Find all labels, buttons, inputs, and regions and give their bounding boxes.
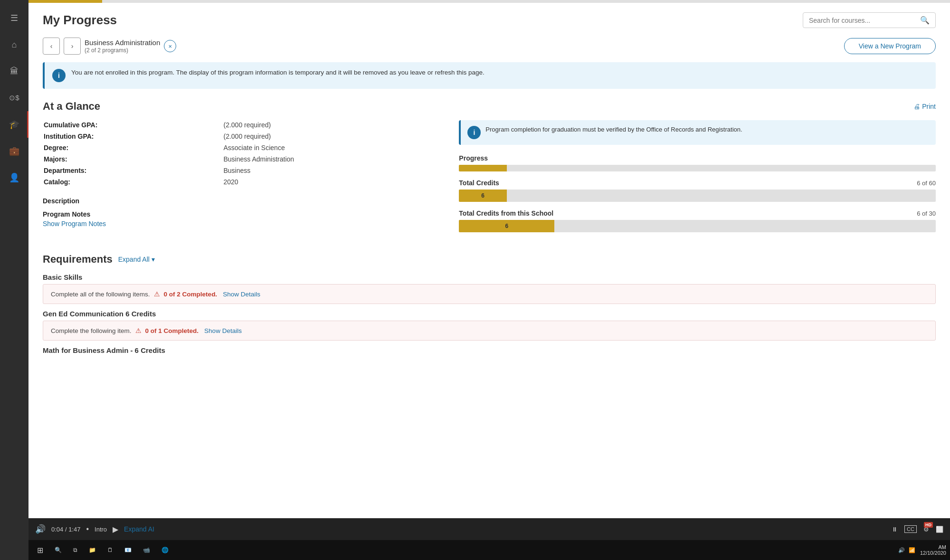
forward-icon[interactable]: ▶ (113, 525, 118, 534)
table-row: Departments: Business (44, 167, 439, 177)
field-label: Degree: (44, 144, 223, 154)
total-credits-value: 6 of 60 (917, 180, 936, 187)
dollar-icon: ⊙$ (9, 94, 19, 102)
main-wrapper: My Progress 🔍 ‹ › Business Administratio… (28, 0, 950, 560)
print-label: Print (922, 103, 936, 110)
school-credits-value: 6 of 30 (917, 210, 936, 217)
program-notes-section: Program Notes Show Program Notes (43, 210, 440, 228)
req-completed-text: 0 of 1 Completed. (145, 327, 199, 334)
print-button[interactable]: 🖨 Print (913, 103, 936, 110)
search-input[interactable] (809, 17, 920, 24)
info-table: Cumulative GPA: (2.000 required) Institu… (43, 120, 440, 190)
expand-ai-button[interactable]: Expand AI (124, 525, 154, 533)
content-area: My Progress 🔍 ‹ › Business Administratio… (28, 3, 950, 518)
total-credits-fill: 6 (459, 190, 506, 202)
chrome-icon: 🌐 (162, 547, 169, 553)
show-program-notes-link[interactable]: Show Program Notes (43, 220, 440, 228)
taskbar-search-icon: 🔍 (55, 547, 62, 553)
search-icon: 🔍 (920, 16, 930, 25)
chevron-down-icon: ▾ (152, 256, 155, 263)
sidebar-item-careers[interactable]: 💼 (0, 138, 28, 164)
field-value: 2020 (224, 178, 439, 189)
completion-banner-text: Program completion for graduation must b… (485, 126, 742, 133)
table-row: Majors: Business Administration (44, 155, 439, 166)
total-credits-label: Total Credits (459, 179, 499, 187)
program-forward-button[interactable]: › (64, 38, 81, 55)
req-item-text: Complete all of the following items. (51, 291, 150, 298)
network-icon[interactable]: 📶 (909, 547, 915, 553)
description-section: Description (43, 197, 440, 205)
progress-section: Progress (459, 154, 936, 171)
sidebar-item-menu[interactable]: ☰ (0, 5, 28, 31)
info-banner: i You are not enrolled in this program. … (43, 62, 936, 89)
program-notes-label: Program Notes (43, 210, 90, 218)
app2-icon: 📧 (124, 547, 132, 553)
sidebar-item-home[interactable]: ⌂ (0, 31, 28, 58)
completion-info-icon: i (467, 126, 481, 139)
captions-button[interactable]: CC (904, 525, 917, 533)
table-row: Catalog: 2020 (44, 178, 439, 189)
play-button[interactable]: 🔊 (35, 524, 46, 534)
progress-bar-container (459, 165, 936, 171)
program-back-button[interactable]: ‹ (43, 38, 60, 55)
at-a-glance-section: At a Glance 🖨 Print Cumulative GPA: (2.0… (43, 100, 936, 240)
page-title: My Progress (43, 13, 117, 28)
req-group-title: Gen Ed Communication 6 Credits (43, 310, 936, 318)
program-name-badge: Business Administration (2 of 2 programs… (85, 38, 176, 54)
req-completed-text: 0 of 2 Completed. (164, 291, 218, 298)
user-icon: 👤 (9, 172, 19, 183)
taskbar-task-view[interactable]: ⧉ (68, 545, 82, 555)
field-value: (2.000 required) (224, 121, 439, 132)
sidebar-item-profile[interactable]: 👤 (0, 164, 28, 191)
show-details-link[interactable]: Show Details (223, 291, 260, 298)
taskbar-chrome[interactable]: 🌐 (157, 545, 173, 555)
info-icon: i (52, 69, 66, 82)
windows-taskbar: ⊞ 🔍 ⧉ 📁 🗒 📧 📹 🌐 🔊 📶 AM (28, 540, 950, 560)
show-details-link[interactable]: Show Details (204, 327, 242, 334)
media-controls-right: ⏸ CC ⚙HD ⬜ (892, 525, 943, 533)
expand-all-button[interactable]: Expand All ▾ (118, 256, 155, 263)
table-row: Institution GPA: (2.000 required) (44, 133, 439, 143)
volume-icon[interactable]: 🔊 (898, 547, 905, 553)
expand-all-label: Expand All (118, 256, 150, 263)
req-group-gen-ed: Gen Ed Communication 6 Credits Complete … (43, 310, 936, 341)
taskbar-app2[interactable]: 📧 (120, 545, 136, 555)
taskbar-zoom[interactable]: 📹 (138, 545, 155, 555)
field-value: Associate in Science (224, 144, 439, 154)
home-icon: ⌂ (12, 40, 17, 50)
req-group-basic-skills: Basic Skills Complete all of the followi… (43, 273, 936, 304)
media-time: 0:04 / 1:47 (51, 526, 80, 533)
taskbar-explorer[interactable]: 📁 (84, 545, 101, 555)
clock[interactable]: AM 12/10/2020 (920, 544, 946, 556)
media-bar: 🔊 0:04 / 1:47 • Intro ▶ Expand AI ⏸ CC ⚙… (28, 518, 950, 540)
top-progress-bar (28, 0, 950, 3)
school-credits-label: Total Credits from this School (459, 209, 553, 217)
bank-icon: 🏛 (10, 66, 19, 76)
glance-content: Cumulative GPA: (2.000 required) Institu… (43, 120, 936, 240)
app1-icon: 🗒 (107, 547, 113, 553)
warning-icon: ⚠ (135, 327, 142, 334)
sidebar-item-financial-aid[interactable]: ⊙$ (0, 85, 28, 111)
view-new-program-button[interactable]: View a New Program (844, 38, 936, 54)
settings-icon[interactable]: ⚙HD (923, 526, 929, 533)
explorer-icon: 📁 (89, 547, 96, 553)
taskbar-app1[interactable]: 🗒 (103, 545, 118, 555)
table-row: Cumulative GPA: (2.000 required) (44, 121, 439, 132)
sidebar-item-finances[interactable]: 🏛 (0, 58, 28, 85)
screen-mode-icon[interactable]: ⬜ (936, 526, 943, 533)
glance-left: Cumulative GPA: (2.000 required) Institu… (43, 120, 440, 240)
sidebar-item-academics[interactable]: 🎓 (0, 111, 28, 138)
field-label: Departments: (44, 167, 223, 177)
program-count: (2 of 2 programs) (85, 47, 160, 54)
pause-icon[interactable]: ⏸ (892, 526, 898, 533)
media-chapter: Intro (95, 526, 107, 533)
taskbar-start[interactable]: ⊞ (32, 544, 48, 557)
credits-row: Total Credits 6 of 60 (459, 179, 936, 187)
taskbar-search[interactable]: 🔍 (50, 545, 66, 555)
hd-badge: HD (924, 522, 933, 528)
warning-icon: ⚠ (154, 290, 160, 298)
school-credits-section: Total Credits from this School 6 of 30 6 (459, 209, 936, 232)
field-label: Institution GPA: (44, 133, 223, 143)
progress-bar-fill (459, 165, 506, 171)
close-program-button[interactable]: × (164, 40, 176, 52)
